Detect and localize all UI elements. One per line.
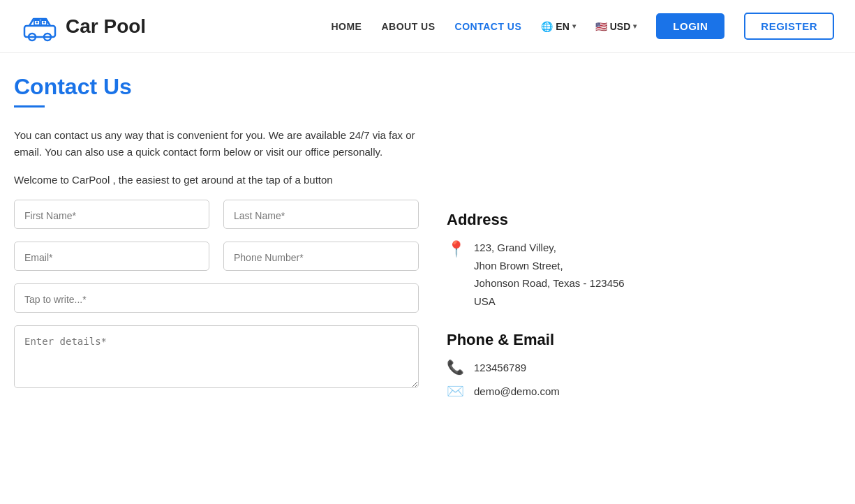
register-button[interactable]: REGISTER xyxy=(744,13,834,40)
globe-icon: 🌐 xyxy=(541,21,553,32)
address-block: 📍 123, Grand Villey, Jhon Brown Street, … xyxy=(447,239,684,310)
title-underline xyxy=(14,105,45,108)
main-content: Contact Us You can contact us any way th… xyxy=(0,53,855,448)
message-input[interactable] xyxy=(14,283,419,313)
email-field xyxy=(14,242,209,271)
name-row xyxy=(14,200,419,229)
nav-about[interactable]: ABOUT US xyxy=(381,21,435,32)
currency-label: USD xyxy=(610,21,631,32)
address-section: Address 📍 123, Grand Villey, Jhon Brown … xyxy=(447,211,684,310)
logo-text: Car Pool xyxy=(66,15,146,38)
currency-selector[interactable]: 🇺🇸 USD ▾ xyxy=(595,21,637,32)
location-icon: 📍 xyxy=(447,240,466,258)
last-name-field xyxy=(223,200,419,229)
phone-input[interactable] xyxy=(223,242,419,271)
phone-item: 📞 123456789 xyxy=(447,359,684,376)
content-layout: You can contact us any way that is conve… xyxy=(14,127,834,420)
first-name-input[interactable] xyxy=(14,200,209,229)
nav-contact[interactable]: CONTACT US xyxy=(455,21,522,32)
address-line3: Johonson Road, Texas - 123456 xyxy=(474,274,625,292)
last-name-input[interactable] xyxy=(223,200,419,229)
address-line4: USA xyxy=(474,292,625,311)
logo: Car Pool xyxy=(21,8,146,45)
language-selector[interactable]: 🌐 EN ▾ xyxy=(541,21,575,32)
address-text: 123, Grand Villey, Jhon Brown Street, Jo… xyxy=(474,239,625,310)
svg-point-6 xyxy=(36,21,38,23)
email-item: ✉️ demo@demo.com xyxy=(447,383,684,399)
details-textarea[interactable] xyxy=(14,325,419,388)
phone-value: 123456789 xyxy=(474,362,526,373)
message-field xyxy=(14,283,419,313)
details-field xyxy=(14,325,419,390)
page-title: Contact Us xyxy=(14,74,834,100)
address-line2: Jhon Brown Street, xyxy=(474,257,625,275)
lang-chevron-icon: ▾ xyxy=(572,22,576,30)
phone-icon: 📞 xyxy=(447,359,464,376)
address-heading: Address xyxy=(447,211,684,229)
email-phone-row xyxy=(14,242,419,271)
phone-field xyxy=(223,242,419,271)
car-logo-icon xyxy=(21,8,59,45)
svg-point-7 xyxy=(43,21,45,23)
description-2: Welcome to CarPool , the easiest to get … xyxy=(14,172,419,188)
email-value: demo@demo.com xyxy=(474,385,560,397)
email-input[interactable] xyxy=(14,242,209,271)
lang-label: EN xyxy=(556,21,569,32)
right-panel: Address 📍 123, Grand Villey, Jhon Brown … xyxy=(447,127,684,420)
currency-chevron-icon: ▾ xyxy=(633,22,637,30)
email-icon: ✉️ xyxy=(447,383,464,399)
description-1: You can contact us any way that is conve… xyxy=(14,127,419,161)
contact-heading: Phone & Email xyxy=(447,331,684,349)
header: Car Pool HOME ABOUT US CONTACT US 🌐 EN ▾… xyxy=(0,0,855,53)
nav-home[interactable]: HOME xyxy=(331,21,362,32)
first-name-field xyxy=(14,200,209,229)
address-line1: 123, Grand Villey, xyxy=(474,239,625,257)
flag-icon: 🇺🇸 xyxy=(595,21,607,32)
login-button[interactable]: LOGIN xyxy=(656,13,724,39)
contact-section: Phone & Email 📞 123456789 ✉️ demo@demo.c… xyxy=(447,331,684,399)
left-panel: You can contact us any way that is conve… xyxy=(14,127,419,420)
main-nav: HOME ABOUT US CONTACT US 🌐 EN ▾ 🇺🇸 USD ▾… xyxy=(331,13,834,40)
